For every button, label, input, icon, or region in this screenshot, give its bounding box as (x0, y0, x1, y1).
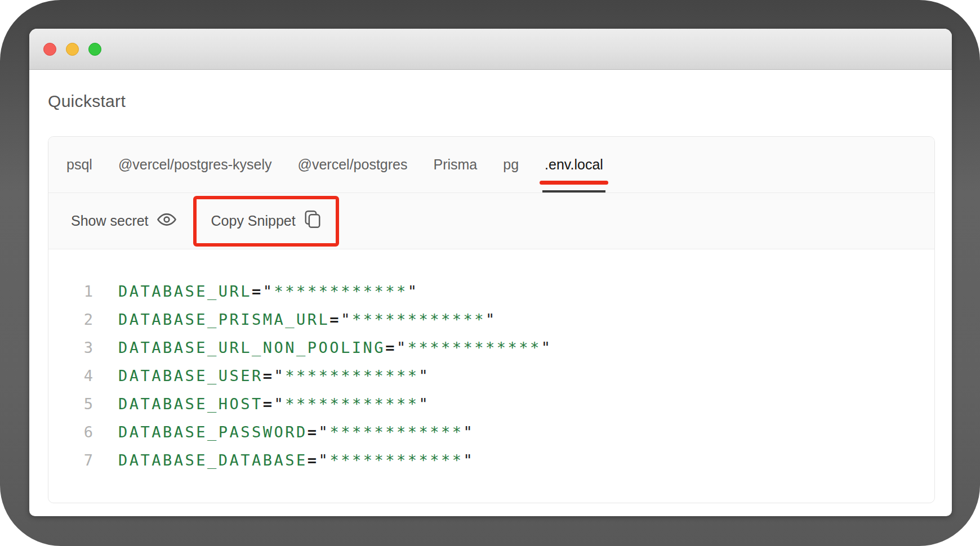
page-title: Quickstart (48, 92, 952, 111)
app-window: Quickstart psql @vercel/postgres-kysely … (29, 29, 952, 516)
code-line: 4 DATABASE_USER="************" (48, 361, 934, 390)
equals-sign: = (308, 423, 319, 441)
copy-snippet-button[interactable]: Copy Snippet (211, 210, 321, 232)
window-outer-frame: Quickstart psql @vercel/postgres-kysely … (0, 0, 980, 546)
zoom-button[interactable] (88, 43, 101, 56)
tab-psql[interactable]: psql (66, 137, 92, 193)
show-secret-button[interactable]: Show secret (71, 212, 176, 230)
close-quote: " (463, 423, 474, 441)
annotation-underline (540, 181, 608, 185)
open-quote: " (319, 451, 330, 469)
open-quote: " (274, 395, 286, 413)
open-quote: " (319, 423, 330, 441)
env-key: DATABASE_HOST (118, 395, 263, 413)
tab-env-local-label: .env.local (545, 156, 603, 173)
open-quote: " (397, 339, 408, 356)
open-quote: " (341, 311, 352, 328)
env-key: DATABASE_URL_NON_POOLING (118, 339, 385, 356)
masked-value: ************ (285, 395, 418, 413)
env-key: DATABASE_PASSWORD (118, 423, 308, 441)
eye-icon (157, 212, 176, 230)
equals-sign: = (329, 311, 341, 328)
line-number: 6 (48, 423, 93, 441)
line-number: 2 (48, 311, 93, 328)
equals-sign: = (263, 395, 274, 413)
env-key: DATABASE_USER (118, 367, 263, 384)
masked-value: ************ (408, 339, 541, 356)
masked-value: ************ (274, 283, 408, 300)
close-quote: " (485, 311, 497, 328)
env-key: DATABASE_PRISMA_URL (118, 311, 329, 328)
window-titlebar (29, 29, 952, 70)
quickstart-panel: psql @vercel/postgres-kysely @vercel/pos… (48, 136, 935, 503)
close-quote: " (418, 395, 430, 413)
masked-value: ************ (352, 311, 485, 328)
equals-sign: = (385, 339, 397, 356)
show-secret-label: Show secret (71, 213, 149, 229)
line-number: 5 (48, 395, 93, 413)
tab-bar: psql @vercel/postgres-kysely @vercel/pos… (48, 137, 934, 193)
env-key: DATABASE_DATABASE (118, 451, 308, 469)
minimize-button[interactable] (66, 43, 79, 56)
code-line: 3 DATABASE_URL_NON_POOLING="************… (48, 333, 934, 361)
close-quote: " (463, 451, 474, 469)
tab-env-local[interactable]: .env.local (545, 137, 603, 193)
code-line: 1 DATABASE_URL="************" (48, 277, 934, 305)
masked-value: ************ (329, 451, 463, 469)
equals-sign: = (263, 367, 274, 384)
code-block: 1 DATABASE_URL="************" 2 DATABASE… (48, 249, 934, 474)
screenshot-canvas: Quickstart psql @vercel/postgres-kysely … (0, 0, 980, 546)
tab-vercel-postgres-kysely[interactable]: @vercel/postgres-kysely (118, 137, 272, 193)
tab-vercel-postgres[interactable]: @vercel/postgres (298, 137, 408, 193)
masked-value: ************ (329, 423, 463, 441)
open-quote: " (274, 367, 286, 384)
copy-snippet-annotation-box: Copy Snippet (193, 196, 339, 247)
code-line: 7 DATABASE_DATABASE="************" (48, 446, 934, 474)
code-line: 2 DATABASE_PRISMA_URL="************" (48, 305, 934, 333)
close-quote: " (408, 283, 419, 300)
equals-sign: = (308, 451, 319, 469)
toolbar: Show secret Copy Snippet (48, 193, 934, 249)
line-number: 1 (48, 283, 93, 300)
line-number: 4 (48, 367, 93, 384)
code-line: 5 DATABASE_HOST="************" (48, 390, 934, 418)
open-quote: " (263, 283, 274, 300)
tab-pg[interactable]: pg (503, 137, 519, 193)
equals-sign: = (252, 283, 263, 300)
copy-icon (304, 210, 321, 232)
close-quote: " (418, 367, 430, 384)
close-quote: " (541, 339, 553, 356)
tab-prisma[interactable]: Prisma (433, 137, 477, 193)
line-number: 7 (48, 451, 93, 469)
copy-snippet-label: Copy Snippet (211, 213, 296, 229)
line-number: 3 (48, 339, 93, 356)
masked-value: ************ (285, 367, 418, 384)
env-key: DATABASE_URL (118, 283, 252, 300)
close-button[interactable] (43, 43, 56, 56)
code-line: 6 DATABASE_PASSWORD="************" (48, 418, 934, 446)
